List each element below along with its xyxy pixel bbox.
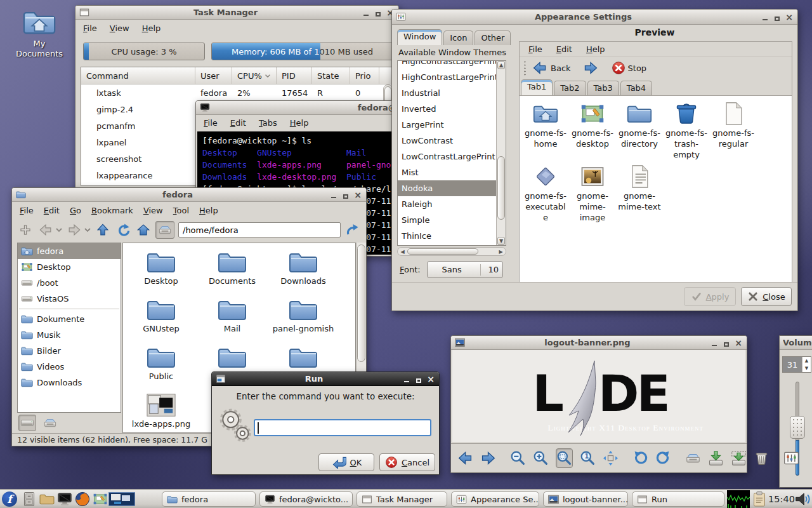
menu-view[interactable]: View xyxy=(110,23,129,33)
preview-tab-tab3[interactable]: Tab3 xyxy=(587,81,619,95)
rotate-ccw-button[interactable] xyxy=(632,448,648,468)
zoom-fit-button[interactable] xyxy=(556,448,573,468)
theme-list[interactable]: HighContrastLargePrintHighContrastLargeP… xyxy=(397,60,506,246)
close-button[interactable]: Close xyxy=(741,287,792,306)
sidebar-item-dokumente[interactable]: Dokumente xyxy=(18,311,121,327)
preview-tab-tab2[interactable]: Tab2 xyxy=(554,81,586,95)
file-item-public[interactable]: Public xyxy=(126,345,197,392)
menu-help[interactable]: Help xyxy=(199,206,218,215)
file-item-downloads[interactable]: Downloads xyxy=(268,250,339,297)
volume-slider-thumb[interactable] xyxy=(790,416,805,439)
theme-item-inverted[interactable]: Inverted xyxy=(398,101,506,117)
column-header-prio[interactable]: Prio xyxy=(350,67,379,84)
preview-icon-gnome-mime-image[interactable]: gnome-mime-image xyxy=(569,164,616,223)
column-header-user[interactable]: User xyxy=(195,67,232,84)
maximize-button[interactable] xyxy=(414,375,423,384)
go-button[interactable] xyxy=(344,222,361,238)
task-button-logout-banner[interactable]: logout-banner.... xyxy=(543,491,628,507)
command-input[interactable] xyxy=(254,419,431,436)
maximize-button[interactable] xyxy=(722,338,731,347)
scroll-right-icon[interactable]: ▶ xyxy=(497,248,505,255)
places-mode-button[interactable] xyxy=(18,415,36,431)
font-button[interactable]: Sans 10 xyxy=(427,261,503,278)
task-button-task-manager[interactable]: Task Manager xyxy=(357,491,447,507)
zoom-out-button[interactable] xyxy=(510,448,526,468)
delete-file-button[interactable] xyxy=(754,448,769,468)
tree-mode-button[interactable] xyxy=(41,415,59,431)
close-icon[interactable]: × xyxy=(734,338,743,347)
clock[interactable]: 15:40 xyxy=(767,490,796,508)
menu-file[interactable]: File xyxy=(528,44,542,54)
theme-item-highcontrastlargeprint[interactable]: HighContrastLargePrint xyxy=(398,69,506,85)
menu-edit[interactable]: Edit xyxy=(556,44,572,54)
theme-item-lowcontrastlargeprint[interactable]: LowContrastLargePrint xyxy=(398,149,506,164)
task-button-run[interactable]: Run xyxy=(632,491,724,507)
preview-icon-gnome-fs-directory[interactable]: gnome-fs-directory xyxy=(616,101,663,160)
menu-help[interactable]: Help xyxy=(586,44,605,54)
cpu-monitor-graph[interactable] xyxy=(727,490,750,508)
theme-item-thinice[interactable]: ThinIce xyxy=(398,228,506,244)
column-header-pid[interactable]: PID xyxy=(277,67,312,84)
tab-icon[interactable]: Icon xyxy=(443,30,473,45)
task-button-fedora[interactable]: fedora xyxy=(162,491,256,507)
sidebar-item-downloads[interactable]: Downloads xyxy=(18,375,121,391)
zoom-original-button[interactable]: 1 xyxy=(580,448,596,468)
process-row[interactable]: lxtaskfedora2%17654R0 xyxy=(81,84,393,101)
viewer-titlebar[interactable]: logout-banner.png × xyxy=(451,336,747,350)
cancel-button[interactable]: Cancel xyxy=(379,453,435,471)
clipboard-icon[interactable] xyxy=(752,491,766,507)
preview-icon-gnome-fs-executable[interactable]: gnome-fs-executable xyxy=(522,164,569,223)
scroll-up-icon[interactable]: ▲ xyxy=(497,61,505,69)
maximize-button[interactable] xyxy=(773,13,782,22)
menu-help[interactable]: Help xyxy=(142,23,161,33)
theme-list-vscrollbar[interactable]: ▲ ▼ xyxy=(496,61,506,245)
fedora-menu-button[interactable]: f xyxy=(2,491,17,507)
home-button[interactable] xyxy=(135,222,152,238)
launcher-desktop-button[interactable] xyxy=(93,491,108,507)
launcher-terminal-button[interactable] xyxy=(57,491,72,507)
theme-list-hscrollbar[interactable]: ◀ ▶ xyxy=(397,247,506,256)
close-icon[interactable]: × xyxy=(426,375,435,384)
forward-history-chevron-icon[interactable] xyxy=(84,227,91,232)
menu-go[interactable]: Go xyxy=(70,206,81,215)
desktop-view-toggle[interactable] xyxy=(155,221,174,239)
maximize-button[interactable] xyxy=(374,8,383,17)
minimize-button[interactable] xyxy=(402,375,411,384)
preview-tab-tab1[interactable]: Tab1 xyxy=(521,79,553,95)
save-file-button[interactable] xyxy=(708,448,724,468)
menu-edit[interactable]: Edit xyxy=(230,118,246,128)
tab-window[interactable]: Window xyxy=(397,29,442,45)
spin-up-icon[interactable]: ▲ xyxy=(802,357,811,364)
zoom-in-button[interactable] xyxy=(533,448,549,468)
file-item-panel-gnomish[interactable]: panel-gnomish xyxy=(268,297,339,345)
desktop-icon-my-documents[interactable]: My Documents xyxy=(14,8,65,59)
preview-icon-gnome-fs-trash-empty[interactable]: gnome-fs-trash-empty xyxy=(663,101,710,160)
fit-window-button[interactable] xyxy=(603,448,619,468)
minimize-button[interactable] xyxy=(761,13,769,22)
theme-item-raleigh[interactable]: Raleigh xyxy=(398,196,506,212)
back-history-chevron-icon[interactable] xyxy=(56,227,62,232)
tab-other[interactable]: Other xyxy=(475,30,511,45)
file-item-lxde-apps-png[interactable]: lxde-apps.png xyxy=(126,392,197,433)
column-header-cpu[interactable]: CPU% xyxy=(232,67,277,84)
preview-back-button[interactable]: Back xyxy=(532,60,571,76)
next-image-button[interactable] xyxy=(480,448,496,468)
run-titlebar[interactable]: Run × xyxy=(212,372,439,386)
launcher-folder-button[interactable] xyxy=(39,491,55,507)
volume-spinbox[interactable]: 31 ▲ ▼ xyxy=(782,356,811,373)
menu-tabs[interactable]: Tabs xyxy=(259,118,277,128)
viewer-canvas[interactable]: L DE Lightweight X11 Desktop Environment xyxy=(452,350,745,442)
file-item-desktop[interactable]: Desktop xyxy=(126,250,197,297)
open-file-button[interactable] xyxy=(685,448,701,468)
task-button-fedora-wickto[interactable]: fedora@wickto... xyxy=(259,491,353,507)
sidebar-item-vistaos[interactable]: VistaOS xyxy=(18,291,121,307)
save-as-button[interactable] xyxy=(731,448,747,468)
menu-file[interactable]: File xyxy=(204,118,218,128)
theme-item-mist[interactable]: Mist xyxy=(398,164,506,180)
forward-button[interactable] xyxy=(66,222,82,238)
preview-tab-tab4[interactable]: Tab4 xyxy=(620,81,652,95)
ok-button[interactable]: OK xyxy=(318,453,374,471)
file-item-documents[interactable]: Documents xyxy=(197,250,268,297)
theme-item-largeprint[interactable]: LargePrint xyxy=(398,117,506,133)
file-manager-titlebar[interactable]: fedora × xyxy=(12,188,366,202)
